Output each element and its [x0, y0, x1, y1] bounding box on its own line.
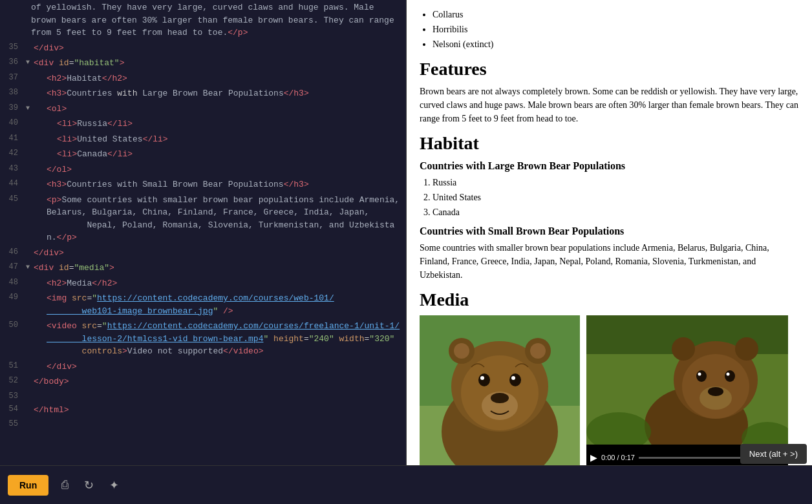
large-pop-item-2: United States	[433, 191, 799, 204]
features-heading: Features	[420, 59, 799, 79]
next-button[interactable]: Next (alt + >)	[740, 444, 807, 464]
subspecies-item-3: Nelsoni (extinct)	[433, 37, 799, 51]
bottom-toolbar: Run ⎙ ↻ ✦	[0, 465, 812, 504]
video-player[interactable]: ▶ 0:00 / 0:17 🔊 ⛶ ⋮	[586, 315, 788, 465]
svg-point-26	[725, 370, 735, 382]
large-pop-list: Russia United States Canada	[433, 176, 799, 219]
large-pop-item-3: Canada	[433, 205, 799, 219]
subspecies-item-1: Collarus	[433, 8, 799, 21]
code-editor[interactable]: of yellowish. They have very large, curv…	[0, 0, 406, 465]
code-line-overflow: of yellowish. They have very large, curv…	[0, 0, 406, 41]
svg-point-27	[698, 373, 701, 376]
code-line-46: 46 </div>	[0, 246, 406, 261]
small-pop-text: Some countries with smaller brown bear p…	[420, 241, 799, 282]
svg-point-11	[478, 373, 490, 386]
progress-bar[interactable]	[639, 457, 747, 459]
code-line-38: 38 <h3>Countries with Large Brown Bear P…	[0, 86, 406, 101]
settings-icon[interactable]: ✦	[107, 476, 122, 495]
large-pop-item-1: Russia	[433, 176, 799, 189]
code-line-37: 37 <h2>Habitat</h2>	[0, 71, 406, 87]
subspecies-list: Collarus Horribilis Nelsoni (extinct)	[433, 8, 799, 51]
code-line-51: 51 </div>	[0, 359, 406, 375]
time-display: 0:00 / 0:17	[601, 454, 635, 461]
code-line-45: 45 <p>Some countries with smaller brown …	[0, 193, 406, 246]
refresh-icon[interactable]: ↻	[81, 476, 96, 495]
bear-image	[420, 315, 580, 465]
subspecies-item-2: Horribilis	[433, 23, 799, 36]
svg-point-21	[735, 337, 758, 361]
habitat-heading: Habitat	[420, 133, 799, 154]
small-pop-heading: Countries with Small Brown Bear Populati…	[420, 226, 799, 237]
code-line-50: 50 <video src="https://content.codecadem…	[0, 319, 406, 359]
code-line-52: 52 </body>	[0, 374, 406, 390]
code-line-42: 42 <li>Canada</li>	[0, 147, 406, 162]
code-line-35: 35 </div>	[0, 41, 406, 56]
media-section: Media	[420, 289, 799, 465]
svg-point-12	[509, 373, 521, 386]
code-line-36: 36 ▼ <div id="habitat">	[0, 56, 406, 71]
svg-point-7	[530, 343, 546, 359]
code-line-47: 47 ▼ <div id="media">	[0, 260, 406, 276]
code-line-48: 48 <h2>Media</h2>	[0, 276, 406, 291]
large-pop-heading: Countries with Large Brown Bear Populati…	[420, 160, 799, 172]
video-frame	[586, 315, 788, 445]
svg-point-13	[480, 376, 484, 380]
media-grid: ▶ 0:00 / 0:17 🔊 ⛶ ⋮	[420, 315, 799, 465]
code-line-55: 55	[0, 417, 406, 430]
code-line-39: 39 ▼ <ol>	[0, 101, 406, 117]
code-line-49: 49 <img src="https://content.codecademy.…	[0, 291, 406, 319]
svg-point-10	[491, 393, 509, 403]
play-button[interactable]: ▶	[590, 452, 597, 463]
run-button[interactable]: Run	[8, 475, 48, 496]
code-line-43: 43 </ol>	[0, 162, 406, 178]
svg-point-20	[672, 337, 695, 361]
code-line-44: 44 <h3>Countries with Small Brown Bear P…	[0, 177, 406, 193]
svg-point-6	[454, 343, 469, 359]
svg-point-14	[511, 376, 515, 380]
svg-point-24	[708, 387, 723, 396]
svg-point-25	[696, 370, 707, 382]
copy-icon[interactable]: ⎙	[59, 476, 71, 494]
code-line-54: 54 </html>	[0, 403, 406, 418]
media-heading: Media	[420, 289, 799, 310]
code-line-41: 41 <li>United States</li>	[0, 132, 406, 147]
code-line-40: 40 <li>Russia</li>	[0, 116, 406, 132]
svg-point-28	[727, 373, 730, 376]
code-line-53: 53	[0, 390, 406, 403]
features-text: Brown bears are not always completely br…	[420, 85, 799, 125]
preview-panel: Collarus Horribilis Nelsoni (extinct) Fe…	[406, 0, 812, 465]
